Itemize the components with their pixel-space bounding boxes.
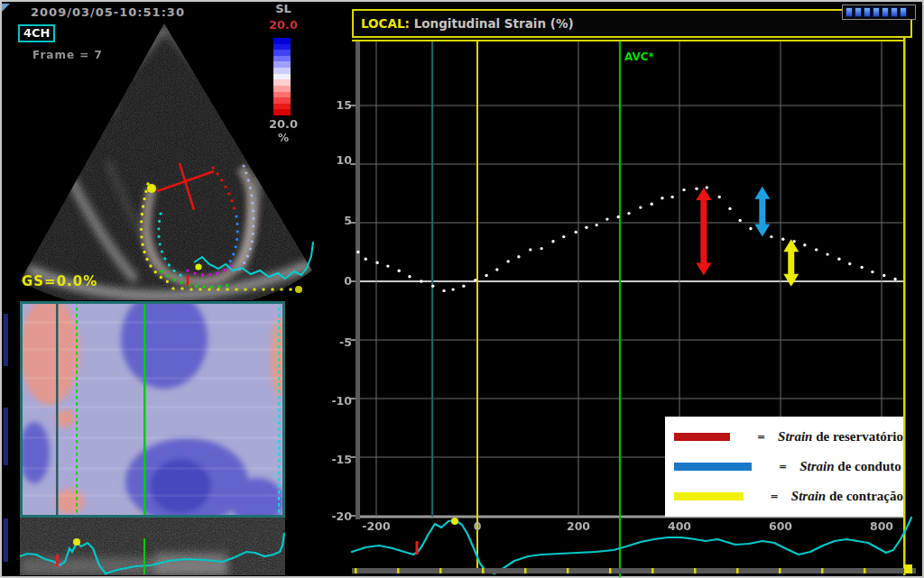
mini-icon[interactable] (855, 7, 862, 17)
y-tick-label: -10 (321, 394, 352, 408)
chart-title-bar: LOCAL: Longitudinal Strain (%) (352, 9, 912, 38)
y-tick-label: 0 (321, 274, 352, 288)
gridline-h (356, 164, 905, 165)
x-tick-label: 400 (658, 519, 701, 533)
gridline-h (356, 340, 905, 341)
strain-dot (495, 268, 498, 271)
strain-dot (826, 252, 828, 255)
mini-icon[interactable] (864, 7, 871, 17)
mini-icon[interactable] (882, 7, 889, 17)
strain-dot (408, 275, 411, 278)
strain-dot (365, 258, 367, 261)
ecg-red-tick-right (416, 541, 419, 555)
strain-dot (792, 240, 795, 243)
contraction-strain-arrow-head (783, 274, 799, 287)
strain-dot (682, 188, 685, 191)
y-axis (356, 41, 360, 519)
map-cursor-line[interactable] (56, 301, 59, 518)
mini-icon[interactable] (845, 7, 853, 17)
cycle-marker (431, 41, 433, 517)
time-tick (864, 568, 866, 573)
time-tick-bar (352, 568, 916, 573)
strain-dot (506, 260, 509, 262)
mini-icon[interactable] (873, 7, 880, 17)
time-tick (439, 568, 442, 573)
strain-dot (803, 243, 806, 246)
strain-dot (562, 235, 565, 238)
avc-label: AVC* (624, 50, 654, 63)
strain-dot (627, 212, 630, 215)
strain-dot (695, 188, 698, 190)
chart-title: Longitudinal Strain (%) (410, 16, 574, 31)
chart-border-top (352, 40, 905, 41)
strain-dot (575, 231, 578, 234)
strain-dot (485, 274, 487, 277)
avc-marker (619, 41, 621, 577)
x-tick-label: 200 (557, 519, 600, 533)
gridline-h (356, 106, 905, 106)
gs-value: GS=0.0% (22, 273, 97, 289)
time-tick (567, 568, 569, 573)
gridline-h (356, 399, 905, 399)
conduit-strain-arrow-head (754, 187, 770, 199)
strain-dot (871, 271, 873, 273)
equals-sign: = (771, 491, 779, 502)
strain-dot (431, 285, 434, 288)
time-tick (609, 568, 612, 573)
strain-dot (451, 288, 454, 290)
strain-dot (815, 248, 818, 251)
legend-label-rest: de conduto (835, 459, 901, 474)
time-tick (779, 568, 781, 573)
mini-icon[interactable] (900, 7, 907, 17)
trail-end-marker (295, 286, 302, 293)
legend-label-rest: de contração (826, 489, 903, 504)
edge-marker (4, 314, 8, 366)
legend-item-contraction: = Strain de contração (665, 489, 903, 504)
strain-colormap (20, 301, 285, 518)
time-zero-marker (476, 41, 478, 568)
time-tick (651, 568, 654, 573)
reservoir-strain-arrow-head (696, 263, 711, 276)
strain-dot (728, 207, 731, 210)
chart-border-right (903, 21, 906, 575)
mini-toolbar[interactable] (842, 5, 916, 20)
legend-swatch-blue (674, 463, 752, 471)
y-tick-label: 15 (321, 98, 352, 112)
legend-label: Strain (778, 429, 812, 445)
conduit-strain-arrow (759, 197, 765, 227)
gridline-v (376, 41, 377, 517)
colorbar-unit: % (265, 132, 301, 144)
strain-dot (540, 247, 542, 250)
x-tick-label: 800 (860, 519, 903, 533)
time-tick (736, 568, 739, 573)
y-tick-label: 10 (321, 153, 352, 167)
strain-dot (882, 274, 885, 277)
strain-dot (706, 186, 708, 188)
strain-dot (670, 196, 673, 198)
strain-dot (781, 238, 784, 241)
strain-dot (375, 261, 378, 264)
gridline-h (356, 223, 905, 224)
strain-dot (639, 206, 642, 208)
ultrasound-image (0, 0, 314, 300)
time-tick (821, 568, 824, 573)
mini-icon[interactable] (891, 7, 898, 17)
equals-sign: = (757, 431, 765, 443)
legend-swatch-red (674, 433, 730, 441)
edge-marker (4, 518, 8, 562)
colorbar-top-value: 20.0 (265, 18, 301, 32)
reservoir-strain-arrow (700, 197, 707, 266)
strain-dot (356, 251, 359, 253)
strain-dot (585, 226, 587, 229)
strain-dot (398, 270, 401, 272)
strain-dot (661, 197, 663, 199)
strain-dot (595, 224, 597, 226)
time-tick (355, 568, 357, 573)
legend-item-reservoir: = Strain de reservatório (665, 429, 903, 445)
strain-dot (420, 280, 422, 282)
view-label: 4CH (18, 24, 55, 42)
ecg-red-tick (56, 555, 59, 566)
x-tick-label: -200 (355, 519, 398, 533)
app-window: 2009/03/05-10:51:30 4CH Frame = 7 SL 20.… (0, 0, 924, 578)
time-tick (524, 568, 527, 573)
